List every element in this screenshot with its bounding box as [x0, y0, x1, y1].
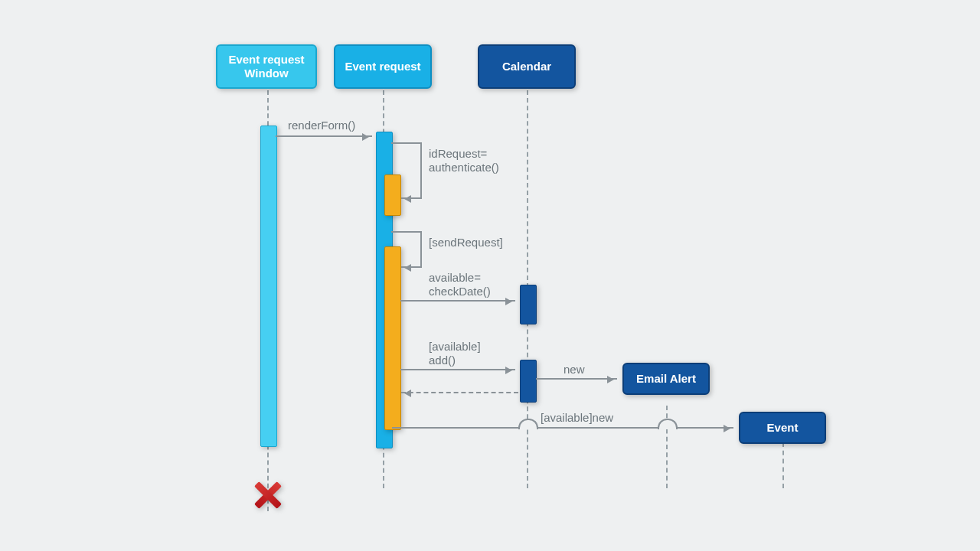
msg-checkdate-arrow	[400, 300, 515, 302]
participant-label: Event	[767, 421, 799, 435]
msg-new-event-arrow	[392, 427, 733, 429]
activation-p1	[260, 126, 277, 447]
participant-label: Event request	[345, 60, 420, 73]
participant-label: Calendar	[502, 60, 551, 73]
msg-sendrequest-loop-side	[420, 231, 422, 266]
msg-checkdate-label-a: available=	[429, 271, 481, 284]
msg-renderform-arrow	[276, 135, 372, 137]
msg-add-arrow	[400, 369, 515, 370]
participant-event-request: Event request	[334, 44, 432, 89]
msg-sendrequest-loop	[391, 231, 420, 233]
msg-checkdate-label-b: checkDate()	[429, 285, 491, 298]
msg-new-event-label: [available]new	[541, 411, 613, 424]
sequence-diagram: Event request Window Event request Calen…	[0, 0, 980, 551]
participant-email-alert: Email Alert	[622, 363, 710, 395]
msg-new-emailalert-arrow	[536, 378, 617, 380]
participant-label: Event request Window	[217, 53, 315, 80]
msg-add-label-a: [available]	[429, 340, 481, 353]
lifeline-p5	[782, 442, 784, 488]
msg-new-emailalert-label: new	[564, 363, 585, 376]
participant-calendar: Calendar	[478, 44, 576, 89]
activation-p2-send	[384, 246, 401, 430]
participant-label: Email Alert	[636, 372, 696, 386]
activation-p2-auth	[384, 174, 401, 216]
participant-event: Event	[739, 412, 826, 444]
msg-sendrequest-label: [sendRequest]	[429, 236, 503, 249]
destroy-icon	[252, 479, 284, 511]
msg-authenticate-loop-side	[420, 142, 422, 197]
crossover-hop-2	[658, 419, 678, 429]
activation-p3-add	[520, 360, 537, 403]
msg-renderform-label: renderForm()	[288, 119, 355, 132]
msg-authenticate-label-a: idRequest=	[429, 147, 487, 160]
crossover-hop-1	[518, 419, 538, 429]
activation-p3-check	[520, 285, 537, 324]
msg-add-label-b: add()	[429, 354, 456, 367]
msg-add-return	[401, 392, 518, 393]
msg-authenticate-loop-return	[401, 197, 422, 199]
msg-authenticate-label-b: authenticate()	[429, 161, 499, 174]
msg-sendrequest-loop-return	[401, 266, 422, 268]
msg-authenticate-loop	[391, 142, 420, 144]
participant-event-request-window: Event request Window	[216, 44, 317, 89]
